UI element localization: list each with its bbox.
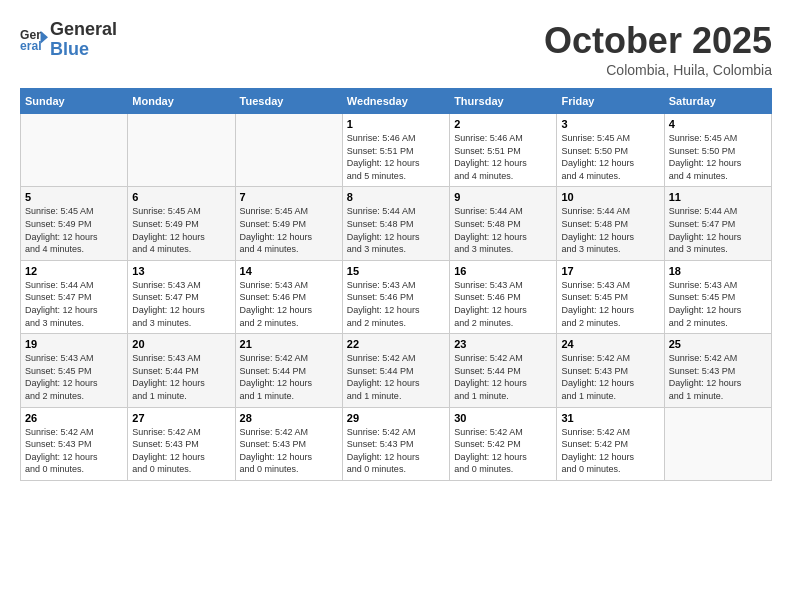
calendar-header-row: SundayMondayTuesdayWednesdayThursdayFrid… [21,89,772,114]
day-number: 9 [454,191,552,203]
calendar-cell: 4Sunrise: 5:45 AM Sunset: 5:50 PM Daylig… [664,114,771,187]
day-info: Sunrise: 5:42 AM Sunset: 5:44 PM Dayligh… [454,352,552,402]
day-info: Sunrise: 5:43 AM Sunset: 5:46 PM Dayligh… [454,279,552,329]
day-info: Sunrise: 5:42 AM Sunset: 5:43 PM Dayligh… [347,426,445,476]
day-info: Sunrise: 5:42 AM Sunset: 5:43 PM Dayligh… [669,352,767,402]
calendar-cell: 21Sunrise: 5:42 AM Sunset: 5:44 PM Dayli… [235,334,342,407]
day-info: Sunrise: 5:45 AM Sunset: 5:49 PM Dayligh… [132,205,230,255]
day-info: Sunrise: 5:44 AM Sunset: 5:47 PM Dayligh… [25,279,123,329]
day-info: Sunrise: 5:42 AM Sunset: 5:42 PM Dayligh… [454,426,552,476]
day-info: Sunrise: 5:46 AM Sunset: 5:51 PM Dayligh… [347,132,445,182]
day-info: Sunrise: 5:45 AM Sunset: 5:49 PM Dayligh… [25,205,123,255]
calendar-body: 1Sunrise: 5:46 AM Sunset: 5:51 PM Daylig… [21,114,772,481]
calendar-cell: 2Sunrise: 5:46 AM Sunset: 5:51 PM Daylig… [450,114,557,187]
day-number: 8 [347,191,445,203]
title-area: October 2025 Colombia, Huila, Colombia [544,20,772,78]
calendar-cell: 25Sunrise: 5:42 AM Sunset: 5:43 PM Dayli… [664,334,771,407]
calendar-cell [664,407,771,480]
day-header-saturday: Saturday [664,89,771,114]
day-number: 19 [25,338,123,350]
day-number: 29 [347,412,445,424]
calendar-cell: 12Sunrise: 5:44 AM Sunset: 5:47 PM Dayli… [21,260,128,333]
calendar-cell [235,114,342,187]
calendar-week-row: 26Sunrise: 5:42 AM Sunset: 5:43 PM Dayli… [21,407,772,480]
calendar-cell: 1Sunrise: 5:46 AM Sunset: 5:51 PM Daylig… [342,114,449,187]
calendar-table: SundayMondayTuesdayWednesdayThursdayFrid… [20,88,772,481]
calendar-cell: 18Sunrise: 5:43 AM Sunset: 5:45 PM Dayli… [664,260,771,333]
calendar-cell: 14Sunrise: 5:43 AM Sunset: 5:46 PM Dayli… [235,260,342,333]
day-number: 4 [669,118,767,130]
day-number: 17 [561,265,659,277]
calendar-week-row: 12Sunrise: 5:44 AM Sunset: 5:47 PM Dayli… [21,260,772,333]
location-subtitle: Colombia, Huila, Colombia [544,62,772,78]
day-number: 21 [240,338,338,350]
day-info: Sunrise: 5:43 AM Sunset: 5:45 PM Dayligh… [669,279,767,329]
day-info: Sunrise: 5:42 AM Sunset: 5:43 PM Dayligh… [561,352,659,402]
calendar-week-row: 1Sunrise: 5:46 AM Sunset: 5:51 PM Daylig… [21,114,772,187]
calendar-cell: 11Sunrise: 5:44 AM Sunset: 5:47 PM Dayli… [664,187,771,260]
calendar-cell [21,114,128,187]
day-info: Sunrise: 5:43 AM Sunset: 5:46 PM Dayligh… [240,279,338,329]
calendar-cell: 8Sunrise: 5:44 AM Sunset: 5:48 PM Daylig… [342,187,449,260]
day-info: Sunrise: 5:46 AM Sunset: 5:51 PM Dayligh… [454,132,552,182]
calendar-cell: 17Sunrise: 5:43 AM Sunset: 5:45 PM Dayli… [557,260,664,333]
svg-text:eral: eral [20,39,42,53]
calendar-cell: 26Sunrise: 5:42 AM Sunset: 5:43 PM Dayli… [21,407,128,480]
day-info: Sunrise: 5:43 AM Sunset: 5:47 PM Dayligh… [132,279,230,329]
day-number: 7 [240,191,338,203]
day-info: Sunrise: 5:43 AM Sunset: 5:45 PM Dayligh… [25,352,123,402]
svg-marker-2 [41,30,48,43]
calendar-week-row: 5Sunrise: 5:45 AM Sunset: 5:49 PM Daylig… [21,187,772,260]
calendar-cell: 13Sunrise: 5:43 AM Sunset: 5:47 PM Dayli… [128,260,235,333]
day-number: 5 [25,191,123,203]
day-info: Sunrise: 5:42 AM Sunset: 5:44 PM Dayligh… [240,352,338,402]
calendar-cell: 16Sunrise: 5:43 AM Sunset: 5:46 PM Dayli… [450,260,557,333]
day-header-sunday: Sunday [21,89,128,114]
calendar-cell: 24Sunrise: 5:42 AM Sunset: 5:43 PM Dayli… [557,334,664,407]
day-number: 1 [347,118,445,130]
day-info: Sunrise: 5:44 AM Sunset: 5:48 PM Dayligh… [454,205,552,255]
calendar-cell: 7Sunrise: 5:45 AM Sunset: 5:49 PM Daylig… [235,187,342,260]
day-number: 24 [561,338,659,350]
day-info: Sunrise: 5:45 AM Sunset: 5:50 PM Dayligh… [561,132,659,182]
day-info: Sunrise: 5:42 AM Sunset: 5:44 PM Dayligh… [347,352,445,402]
day-info: Sunrise: 5:44 AM Sunset: 5:47 PM Dayligh… [669,205,767,255]
day-number: 30 [454,412,552,424]
day-info: Sunrise: 5:42 AM Sunset: 5:43 PM Dayligh… [25,426,123,476]
day-number: 16 [454,265,552,277]
page-header: Gen eral General Blue October 2025 Colom… [20,20,772,78]
calendar-cell: 5Sunrise: 5:45 AM Sunset: 5:49 PM Daylig… [21,187,128,260]
day-number: 28 [240,412,338,424]
day-info: Sunrise: 5:45 AM Sunset: 5:50 PM Dayligh… [669,132,767,182]
day-number: 15 [347,265,445,277]
day-number: 23 [454,338,552,350]
calendar-cell: 23Sunrise: 5:42 AM Sunset: 5:44 PM Dayli… [450,334,557,407]
logo-text: General Blue [50,20,117,60]
day-info: Sunrise: 5:45 AM Sunset: 5:49 PM Dayligh… [240,205,338,255]
calendar-cell: 28Sunrise: 5:42 AM Sunset: 5:43 PM Dayli… [235,407,342,480]
day-number: 25 [669,338,767,350]
day-info: Sunrise: 5:42 AM Sunset: 5:42 PM Dayligh… [561,426,659,476]
calendar-cell: 31Sunrise: 5:42 AM Sunset: 5:42 PM Dayli… [557,407,664,480]
calendar-cell: 30Sunrise: 5:42 AM Sunset: 5:42 PM Dayli… [450,407,557,480]
day-header-wednesday: Wednesday [342,89,449,114]
day-header-thursday: Thursday [450,89,557,114]
day-number: 31 [561,412,659,424]
day-info: Sunrise: 5:43 AM Sunset: 5:45 PM Dayligh… [561,279,659,329]
day-header-monday: Monday [128,89,235,114]
day-info: Sunrise: 5:43 AM Sunset: 5:44 PM Dayligh… [132,352,230,402]
logo: Gen eral General Blue [20,20,117,60]
day-info: Sunrise: 5:44 AM Sunset: 5:48 PM Dayligh… [347,205,445,255]
day-number: 27 [132,412,230,424]
day-number: 26 [25,412,123,424]
day-number: 10 [561,191,659,203]
day-number: 12 [25,265,123,277]
day-header-friday: Friday [557,89,664,114]
day-info: Sunrise: 5:42 AM Sunset: 5:43 PM Dayligh… [240,426,338,476]
day-number: 14 [240,265,338,277]
day-number: 2 [454,118,552,130]
calendar-cell: 15Sunrise: 5:43 AM Sunset: 5:46 PM Dayli… [342,260,449,333]
calendar-cell: 6Sunrise: 5:45 AM Sunset: 5:49 PM Daylig… [128,187,235,260]
day-number: 11 [669,191,767,203]
calendar-cell: 22Sunrise: 5:42 AM Sunset: 5:44 PM Dayli… [342,334,449,407]
